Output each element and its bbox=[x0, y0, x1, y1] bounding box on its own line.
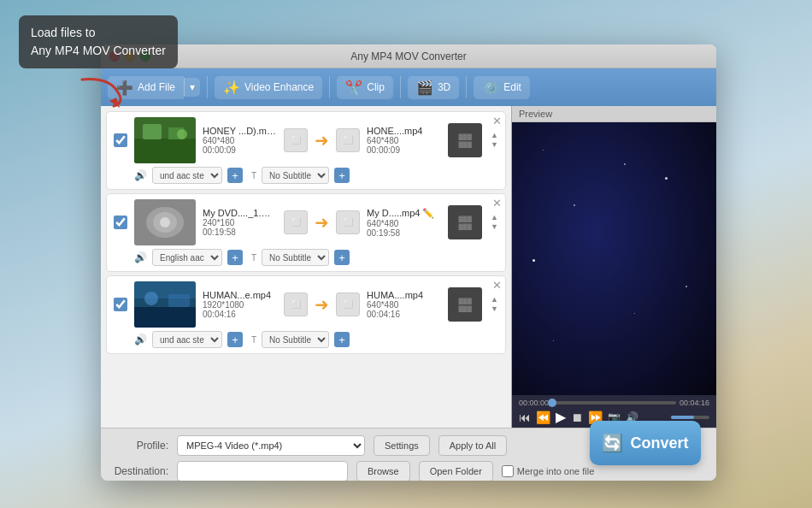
file-2-audio-row: 🔊 English aac + T No Subtitle + bbox=[114, 249, 498, 266]
close-file-2-button[interactable]: ✕ bbox=[492, 198, 502, 209]
file-2-subtitle-add-button[interactable]: + bbox=[334, 250, 350, 265]
file-2-scroll-down[interactable]: ▼ bbox=[491, 223, 498, 231]
file-1-dst-time: 00:00:09 bbox=[367, 145, 441, 155]
edit-button[interactable]: ⚙️ Edit bbox=[474, 76, 530, 99]
apply-to-all-button[interactable]: Apply to All bbox=[438, 435, 507, 456]
merge-label: Merge into one file bbox=[517, 466, 595, 476]
file-3-src-info: HUMAN...e.mp4 1920*1080 00:04:16 bbox=[203, 290, 277, 319]
file-2-src-info: My DVD...._1.mov 240*160 00:19:58 bbox=[203, 208, 277, 237]
play-button[interactable]: ▶ bbox=[556, 411, 566, 424]
window-title: Any MP4 MOV Converter bbox=[350, 50, 466, 62]
file-2-size-controls: ⬜ bbox=[284, 210, 308, 234]
file-2-thumbnail bbox=[134, 199, 196, 245]
file-3-checkbox[interactable] bbox=[114, 298, 127, 311]
file-1-dst-info: HONE....mp4 640*480 00:00:09 bbox=[367, 126, 441, 155]
tooltip-line2: Any MP4 MOV Converter bbox=[31, 42, 166, 60]
progress-dot bbox=[548, 399, 556, 407]
file-2-dst-dims: 640*480 bbox=[367, 219, 441, 228]
file-3-audio-add-button[interactable]: + bbox=[227, 332, 243, 347]
skip-to-start-button[interactable]: ⏮ bbox=[519, 411, 531, 423]
file-1-audio-select[interactable]: und aac ste bbox=[152, 167, 222, 184]
file-1-src-info: HONEY ...D).mp4 640*480 00:00:09 bbox=[203, 126, 277, 155]
file-1-subtitle-add-button[interactable]: + bbox=[334, 168, 350, 183]
star bbox=[574, 204, 575, 206]
file-3-subtitle-add-button[interactable]: + bbox=[334, 332, 350, 347]
file-2-dst-info: My D.....mp4 ✏️ 640*480 00:19:58 bbox=[367, 208, 441, 238]
file-2-audio-select[interactable]: English aac bbox=[152, 249, 222, 266]
volume-bar[interactable] bbox=[671, 416, 709, 419]
volume-wrap bbox=[671, 416, 709, 419]
text-icon-1: T bbox=[251, 171, 256, 180]
svg-rect-2 bbox=[134, 139, 196, 163]
destination-input[interactable] bbox=[177, 461, 348, 481]
star bbox=[533, 259, 535, 262]
file-1-size-btn[interactable]: ⬜ bbox=[284, 128, 308, 152]
stop-button[interactable]: ⏹ bbox=[571, 411, 583, 423]
file-2-subtitle-select[interactable]: No Subtitle bbox=[262, 249, 329, 266]
file-3-size-btn-out[interactable]: ⬜ bbox=[336, 292, 360, 316]
file-1-checkbox[interactable] bbox=[114, 133, 127, 147]
convert-button[interactable]: 🔄 Convert bbox=[590, 421, 701, 465]
file-2-src-time: 00:19:58 bbox=[203, 227, 277, 237]
file-1-scroll-up[interactable]: ▲ bbox=[491, 132, 498, 139]
file-1-size-btn-out[interactable]: ⬜ bbox=[336, 128, 360, 152]
svg-point-9 bbox=[160, 217, 170, 227]
clip-button[interactable]: ✂️ Clip bbox=[337, 76, 393, 99]
svg-rect-11 bbox=[134, 307, 196, 328]
file-3-thumbnail bbox=[134, 281, 196, 328]
tooltip-line1: Load files to bbox=[31, 24, 166, 42]
open-folder-button[interactable]: Open Folder bbox=[419, 461, 493, 481]
file-1-scroll-btns: ▲ ▼ bbox=[491, 132, 498, 149]
convert-arrow-2: ➜ bbox=[315, 212, 329, 233]
add-file-dropdown-button[interactable]: ▾ bbox=[184, 78, 200, 97]
toolbar-separator-3 bbox=[400, 76, 401, 98]
file-1-scroll-down[interactable]: ▼ bbox=[491, 141, 498, 149]
3d-button[interactable]: 🎬 3D bbox=[408, 76, 459, 99]
tooltip-box: Load files to Any MP4 MOV Converter bbox=[19, 15, 178, 68]
close-file-3-button[interactable]: ✕ bbox=[492, 280, 502, 291]
arrow-icon bbox=[75, 75, 127, 109]
file-1-subtitle-select[interactable]: No Subtitle bbox=[262, 167, 329, 184]
progress-track[interactable] bbox=[552, 401, 676, 405]
file-3-dst-dims: 640*480 bbox=[367, 300, 441, 310]
file-2-size-btn-out[interactable]: ⬜ bbox=[336, 210, 360, 234]
browse-button[interactable]: Browse bbox=[356, 461, 410, 481]
preview-background bbox=[512, 122, 716, 395]
file-3-scroll-up[interactable]: ▲ bbox=[491, 296, 498, 304]
svg-point-5 bbox=[177, 129, 187, 139]
file-3-scroll-btns: ▲ ▼ bbox=[491, 296, 498, 313]
file-3-subtitle-select[interactable]: No Subtitle bbox=[262, 331, 329, 348]
file-2-size-btn[interactable]: ⬜ bbox=[284, 210, 308, 234]
video-enhance-button[interactable]: ✨ Video Enhance bbox=[215, 76, 322, 99]
svg-rect-3 bbox=[143, 124, 162, 139]
file-item: ✕ HONEY ...D).mp4 640* bbox=[106, 111, 506, 190]
toolbar-separator-4 bbox=[466, 76, 467, 98]
convert-arrow-3: ➜ bbox=[315, 294, 329, 315]
time-end: 00:04:16 bbox=[680, 399, 709, 407]
preview-panel: Preview bbox=[511, 106, 716, 428]
close-file-1-button[interactable]: ✕ bbox=[492, 115, 502, 127]
toolbar-separator-2 bbox=[329, 76, 330, 98]
file-2-scroll-up[interactable]: ▲ bbox=[491, 214, 498, 222]
edit-icon: ⚙️ bbox=[482, 80, 499, 96]
preview-label: Preview bbox=[512, 106, 716, 122]
file-3-size-controls: ⬜ bbox=[284, 292, 308, 316]
file-3-size-btn[interactable]: ⬜ bbox=[284, 292, 308, 316]
profile-select[interactable]: MPEG-4 Video (*.mp4) MOV Video (*.mov) A… bbox=[177, 435, 365, 456]
file-2-audio-add-button[interactable]: + bbox=[227, 250, 243, 265]
file-2-src-name: My DVD...._1.mov bbox=[203, 208, 277, 218]
file-1-audio-add-button[interactable]: + bbox=[227, 168, 243, 183]
file-1-format-thumb: ▓▓▓ ▓▓▓ bbox=[448, 123, 482, 157]
file-3-size-controls-out: ⬜ bbox=[336, 292, 360, 316]
step-back-button[interactable]: ⏪ bbox=[536, 411, 550, 423]
file-3-audio-select[interactable]: und aac ste bbox=[152, 331, 222, 348]
file-3-format-thumb: ▓▓▓ ▓▓▓ bbox=[448, 287, 482, 322]
settings-button[interactable]: Settings bbox=[374, 435, 430, 456]
title-bar: Any MP4 MOV Converter bbox=[101, 44, 716, 68]
merge-checkbox[interactable] bbox=[502, 465, 514, 477]
file-1-dst-name: HONE....mp4 bbox=[367, 126, 441, 136]
file-2-checkbox[interactable] bbox=[114, 216, 127, 229]
merge-wrap: Merge into one file bbox=[502, 465, 595, 477]
file-3-scroll-down[interactable]: ▼ bbox=[491, 305, 498, 313]
file-3-dst-time: 00:04:16 bbox=[367, 310, 441, 319]
